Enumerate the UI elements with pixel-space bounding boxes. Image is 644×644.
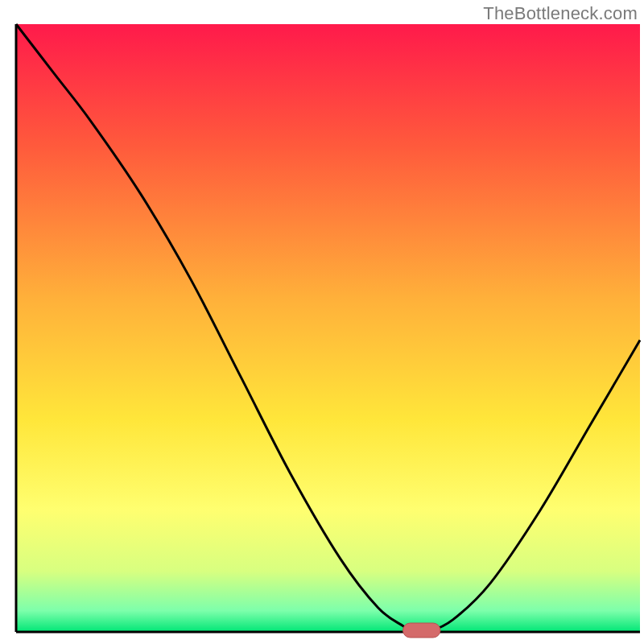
bottleneck-plot — [0, 0, 644, 644]
chart-container: TheBottleneck.com — [0, 0, 644, 644]
watermark-text: TheBottleneck.com — [483, 3, 638, 24]
optimum-marker — [403, 623, 441, 638]
